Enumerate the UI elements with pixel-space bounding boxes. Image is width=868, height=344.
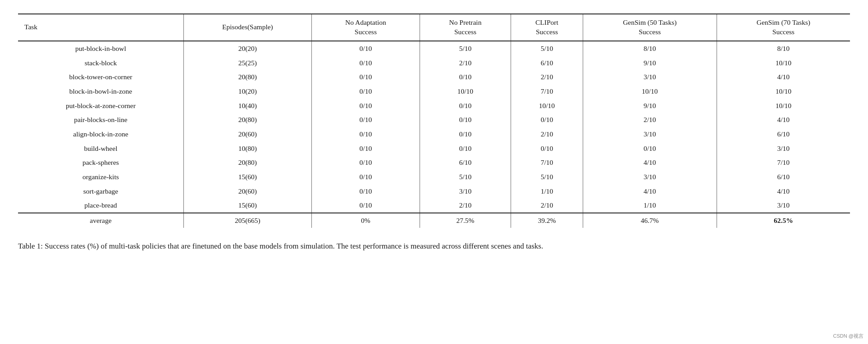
cell-gensim70: 4/10 bbox=[717, 113, 850, 127]
average-row: average 205(665) 0% 27.5% 39.2% 46.7% 62… bbox=[18, 213, 850, 228]
cell-no-adaptation: 0/10 bbox=[311, 184, 420, 199]
cell-gensim50: 8/10 bbox=[583, 41, 717, 56]
cell-cliport: 5/10 bbox=[511, 170, 583, 184]
cell-cliport: 7/10 bbox=[511, 84, 583, 99]
cell-no-adaptation: 0/10 bbox=[311, 70, 420, 84]
cell-gensim50: 3/10 bbox=[583, 127, 717, 141]
cell-cliport: 10/10 bbox=[511, 99, 583, 113]
col-header-gensim70: GenSim (70 Tasks)Success bbox=[717, 14, 850, 41]
cell-no-adaptation: 0/10 bbox=[311, 198, 420, 213]
cell-avg-cliport: 39.2% bbox=[511, 213, 583, 228]
cell-gensim50: 9/10 bbox=[583, 99, 717, 113]
cell-gensim70: 4/10 bbox=[717, 184, 850, 199]
cell-avg-episodes: 205(665) bbox=[183, 213, 311, 228]
cell-no-pretrain: 6/10 bbox=[420, 155, 511, 170]
col-header-gensim50: GenSim (50 Tasks)Success bbox=[583, 14, 717, 41]
cell-gensim70: 10/10 bbox=[717, 56, 850, 70]
cell-no-pretrain: 3/10 bbox=[420, 184, 511, 199]
table-row: pack-spheres 20(80) 0/10 6/10 7/10 4/10 … bbox=[18, 155, 850, 170]
results-table-container: Task Episodes(Sample) No AdaptationSucce… bbox=[18, 14, 850, 228]
caption-text: Table 1: Success rates (%) of multi-task… bbox=[18, 242, 543, 250]
cell-gensim50: 1/10 bbox=[583, 198, 717, 213]
cell-no-adaptation: 0/10 bbox=[311, 170, 420, 184]
cell-gensim50: 4/10 bbox=[583, 184, 717, 199]
cell-avg-no-adaptation: 0% bbox=[311, 213, 420, 228]
cell-gensim70: 7/10 bbox=[717, 155, 850, 170]
cell-episodes: 10(40) bbox=[183, 99, 311, 113]
cell-avg-label: average bbox=[18, 213, 183, 228]
cell-no-pretrain: 0/10 bbox=[420, 127, 511, 141]
col-header-no-pretrain: No PretrainSuccess bbox=[420, 14, 511, 41]
cell-episodes: 15(60) bbox=[183, 170, 311, 184]
header-row: Task Episodes(Sample) No AdaptationSucce… bbox=[18, 14, 850, 41]
cell-gensim70: 8/10 bbox=[717, 41, 850, 56]
cell-episodes: 10(20) bbox=[183, 84, 311, 99]
cell-no-pretrain: 5/10 bbox=[420, 170, 511, 184]
cell-task: block-tower-on-corner bbox=[18, 70, 183, 84]
table-row: pair-blocks-on-line 20(80) 0/10 0/10 0/1… bbox=[18, 113, 850, 127]
cell-no-adaptation: 0/10 bbox=[311, 41, 420, 56]
col-header-task: Task bbox=[18, 14, 183, 41]
cell-gensim70: 4/10 bbox=[717, 70, 850, 84]
cell-gensim50: 3/10 bbox=[583, 70, 717, 84]
cell-episodes: 20(80) bbox=[183, 70, 311, 84]
cell-task: build-wheel bbox=[18, 141, 183, 156]
table-row: place-bread 15(60) 0/10 2/10 2/10 1/10 3… bbox=[18, 198, 850, 213]
cell-no-pretrain: 0/10 bbox=[420, 99, 511, 113]
cell-no-pretrain: 5/10 bbox=[420, 41, 511, 56]
cell-task: stack-block bbox=[18, 56, 183, 70]
cell-no-pretrain: 2/10 bbox=[420, 198, 511, 213]
cell-no-adaptation: 0/10 bbox=[311, 84, 420, 99]
cell-gensim70: 6/10 bbox=[717, 170, 850, 184]
cell-gensim70: 3/10 bbox=[717, 198, 850, 213]
cell-cliport: 5/10 bbox=[511, 41, 583, 56]
col-header-no-adaptation: No AdaptationSuccess bbox=[311, 14, 420, 41]
cell-episodes: 20(20) bbox=[183, 41, 311, 56]
cell-no-pretrain: 0/10 bbox=[420, 113, 511, 127]
cell-task: put-block-in-bowl bbox=[18, 41, 183, 56]
cell-gensim70: 10/10 bbox=[717, 99, 850, 113]
cell-avg-gensim50: 46.7% bbox=[583, 213, 717, 228]
table-row: sort-garbage 20(60) 0/10 3/10 1/10 4/10 … bbox=[18, 184, 850, 199]
cell-avg-no-pretrain: 27.5% bbox=[420, 213, 511, 228]
table-row: block-in-bowl-in-zone 10(20) 0/10 10/10 … bbox=[18, 84, 850, 99]
cell-episodes: 20(80) bbox=[183, 113, 311, 127]
cell-task: pair-blocks-on-line bbox=[18, 113, 183, 127]
cell-gensim50: 2/10 bbox=[583, 113, 717, 127]
table-row: organize-kits 15(60) 0/10 5/10 5/10 3/10… bbox=[18, 170, 850, 184]
cell-no-pretrain: 0/10 bbox=[420, 70, 511, 84]
cell-gensim50: 9/10 bbox=[583, 56, 717, 70]
table-row: put-block-at-zone-corner 10(40) 0/10 0/1… bbox=[18, 99, 850, 113]
watermark: CSDN @视言 bbox=[833, 333, 863, 339]
cell-no-adaptation: 0/10 bbox=[311, 99, 420, 113]
cell-task: pack-spheres bbox=[18, 155, 183, 170]
cell-no-pretrain: 2/10 bbox=[420, 56, 511, 70]
cell-cliport: 1/10 bbox=[511, 184, 583, 199]
table-row: align-block-in-zone 20(60) 0/10 0/10 2/1… bbox=[18, 127, 850, 141]
cell-task: sort-garbage bbox=[18, 184, 183, 199]
cell-avg-gensim70: 62.5% bbox=[717, 213, 850, 228]
cell-task: place-bread bbox=[18, 198, 183, 213]
cell-task: organize-kits bbox=[18, 170, 183, 184]
cell-episodes: 25(25) bbox=[183, 56, 311, 70]
table-row: block-tower-on-corner 20(80) 0/10 0/10 2… bbox=[18, 70, 850, 84]
cell-gensim50: 0/10 bbox=[583, 141, 717, 156]
cell-episodes: 10(80) bbox=[183, 141, 311, 156]
table-row: stack-block 25(25) 0/10 2/10 6/10 9/10 1… bbox=[18, 56, 850, 70]
cell-gensim50: 3/10 bbox=[583, 170, 717, 184]
cell-cliport: 2/10 bbox=[511, 127, 583, 141]
cell-task: align-block-in-zone bbox=[18, 127, 183, 141]
table-row: build-wheel 10(80) 0/10 0/10 0/10 0/10 3… bbox=[18, 141, 850, 156]
cell-no-adaptation: 0/10 bbox=[311, 113, 420, 127]
cell-episodes: 20(80) bbox=[183, 155, 311, 170]
cell-no-pretrain: 10/10 bbox=[420, 84, 511, 99]
col-header-cliport: CLIPortSuccess bbox=[511, 14, 583, 41]
cell-episodes: 20(60) bbox=[183, 127, 311, 141]
cell-cliport: 7/10 bbox=[511, 155, 583, 170]
cell-no-pretrain: 0/10 bbox=[420, 141, 511, 156]
cell-no-adaptation: 0/10 bbox=[311, 127, 420, 141]
cell-no-adaptation: 0/10 bbox=[311, 56, 420, 70]
cell-cliport: 0/10 bbox=[511, 113, 583, 127]
cell-no-adaptation: 0/10 bbox=[311, 141, 420, 156]
cell-cliport: 2/10 bbox=[511, 70, 583, 84]
